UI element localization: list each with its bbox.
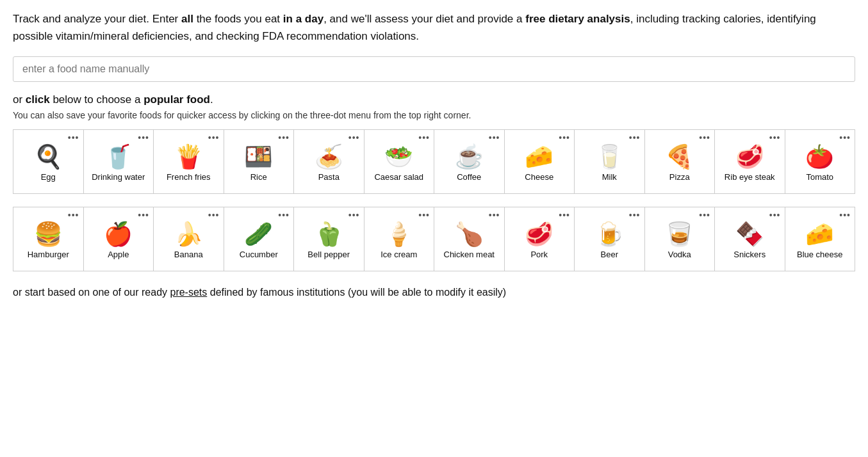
food-label-hamburger: Hamburger — [28, 250, 69, 261]
food-label-pasta: Pasta — [318, 172, 340, 183]
menu-dots-apple[interactable]: ••• — [138, 210, 149, 220]
food-item-pasta[interactable]: •••🍝Pasta — [294, 130, 364, 194]
menu-dots-hamburger[interactable]: ••• — [68, 210, 79, 220]
menu-dots-chicken-meat[interactable]: ••• — [489, 210, 500, 220]
intro-paragraph: Track and analyze your diet. Enter all t… — [13, 10, 855, 45]
food-item-drinking-water[interactable]: •••🥤Drinking water — [84, 130, 154, 194]
food-emoji-apple: 🍎 — [104, 223, 133, 246]
food-emoji-chicken-meat: 🍗 — [455, 223, 484, 246]
food-grid-row2: •••🍔Hamburger•••🍎Apple•••🍌Banana•••🥒Cucu… — [13, 207, 855, 271]
food-label-cheese: Cheese — [525, 172, 553, 183]
menu-dots-vodka[interactable]: ••• — [699, 210, 710, 220]
food-emoji-rib-eye-steak: 🥩 — [735, 145, 764, 168]
food-label-caesar-salad: Caesar salad — [374, 172, 423, 183]
menu-dots-tomato[interactable]: ••• — [839, 132, 851, 143]
food-item-cucumber[interactable]: •••🥒Cucumber — [224, 207, 295, 271]
food-item-french-fries[interactable]: •••🍟French fries — [154, 130, 224, 194]
food-label-vodka: Vodka — [668, 250, 691, 261]
menu-dots-pizza[interactable]: ••• — [699, 132, 710, 143]
food-label-tomato: Tomato — [806, 172, 833, 183]
food-emoji-milk: 🥛 — [595, 145, 624, 168]
menu-dots-ice-cream[interactable]: ••• — [418, 210, 430, 220]
menu-dots-pork[interactable]: ••• — [559, 210, 570, 220]
food-item-vodka[interactable]: •••🥃Vodka — [645, 207, 716, 271]
bottom-text: or start based on one of our ready pre-s… — [13, 284, 855, 301]
food-item-caesar-salad[interactable]: •••🥗Caesar salad — [364, 130, 435, 194]
food-item-egg[interactable]: •••🍳Egg — [13, 130, 84, 194]
food-label-apple: Apple — [108, 250, 129, 261]
food-item-tomato[interactable]: •••🍅Tomato — [785, 130, 856, 194]
food-label-rice: Rice — [250, 172, 267, 183]
food-emoji-drinking-water: 🥤 — [104, 145, 133, 168]
food-item-banana[interactable]: •••🍌Banana — [154, 207, 224, 271]
food-emoji-pasta: 🍝 — [315, 145, 343, 168]
menu-dots-blue-cheese[interactable]: ••• — [839, 210, 851, 220]
food-item-rib-eye-steak[interactable]: •••🥩Rib eye steak — [715, 130, 785, 194]
food-item-chicken-meat[interactable]: •••🍗Chicken meat — [434, 207, 505, 271]
food-label-beer: Beer — [601, 250, 618, 261]
food-emoji-banana: 🍌 — [174, 223, 203, 246]
food-item-apple[interactable]: •••🍎Apple — [84, 207, 154, 271]
menu-dots-banana[interactable]: ••• — [208, 210, 220, 220]
food-label-bell-pepper: Bell pepper — [307, 250, 350, 261]
food-label-milk: Milk — [602, 172, 617, 183]
menu-dots-rib-eye-steak[interactable]: ••• — [769, 132, 781, 143]
menu-dots-cheese[interactable]: ••• — [559, 132, 570, 143]
food-emoji-pork: 🥩 — [525, 223, 553, 246]
food-grid-row1: •••🍳Egg•••🥤Drinking water•••🍟French frie… — [13, 129, 855, 194]
food-label-coffee: Coffee — [457, 172, 481, 183]
menu-dots-french-fries[interactable]: ••• — [208, 132, 220, 143]
food-emoji-snickers: 🍫 — [735, 223, 764, 246]
menu-dots-coffee[interactable]: ••• — [489, 132, 500, 143]
food-label-snickers: Snickers — [733, 250, 766, 261]
food-emoji-coffee: ☕ — [455, 145, 484, 168]
menu-dots-cucumber[interactable]: ••• — [278, 210, 290, 220]
pre-sets-link[interactable]: pre-sets — [170, 287, 207, 298]
food-emoji-beer: 🍺 — [595, 223, 624, 246]
food-emoji-blue-cheese: 🧀 — [805, 223, 834, 246]
menu-dots-snickers[interactable]: ••• — [769, 210, 781, 220]
food-label-drinking-water: Drinking water — [92, 172, 145, 183]
food-emoji-egg: 🍳 — [34, 145, 63, 168]
food-emoji-french-fries: 🍟 — [174, 145, 203, 168]
food-emoji-cucumber: 🥒 — [244, 223, 273, 246]
food-emoji-hamburger: 🍔 — [34, 223, 63, 246]
food-item-pizza[interactable]: •••🍕Pizza — [645, 130, 716, 194]
menu-dots-milk[interactable]: ••• — [629, 132, 641, 143]
food-emoji-ice-cream: 🍦 — [384, 223, 413, 246]
menu-dots-egg[interactable]: ••• — [68, 132, 79, 143]
food-item-milk[interactable]: •••🥛Milk — [575, 130, 645, 194]
food-label-egg: Egg — [41, 172, 56, 183]
food-label-ice-cream: Ice cream — [381, 250, 417, 261]
food-emoji-cheese: 🧀 — [525, 145, 553, 168]
menu-dots-bell-pepper[interactable]: ••• — [348, 210, 360, 220]
food-item-coffee[interactable]: •••☕Coffee — [434, 130, 505, 194]
menu-dots-drinking-water[interactable]: ••• — [138, 132, 149, 143]
menu-dots-pasta[interactable]: ••• — [348, 132, 360, 143]
food-item-blue-cheese[interactable]: •••🧀Blue cheese — [785, 207, 856, 271]
food-label-cucumber: Cucumber — [240, 250, 278, 261]
menu-dots-beer[interactable]: ••• — [629, 210, 641, 220]
food-item-cheese[interactable]: •••🧀Cheese — [505, 130, 575, 194]
food-search-input[interactable] — [13, 56, 855, 82]
food-emoji-caesar-salad: 🥗 — [384, 145, 413, 168]
food-emoji-rice: 🍱 — [244, 145, 273, 168]
food-emoji-bell-pepper: 🫑 — [315, 223, 343, 246]
food-item-beer[interactable]: •••🍺Beer — [575, 207, 645, 271]
food-emoji-vodka: 🥃 — [665, 223, 694, 246]
food-emoji-tomato: 🍅 — [805, 145, 834, 168]
menu-dots-rice[interactable]: ••• — [278, 132, 290, 143]
food-label-pork: Pork — [530, 250, 548, 261]
sub-text: You can also save your favorite foods fo… — [13, 110, 855, 120]
food-label-rib-eye-steak: Rib eye steak — [725, 172, 775, 183]
food-item-hamburger[interactable]: •••🍔Hamburger — [13, 207, 84, 271]
food-item-rice[interactable]: •••🍱Rice — [224, 130, 295, 194]
food-item-bell-pepper[interactable]: •••🫑Bell pepper — [294, 207, 364, 271]
food-emoji-pizza: 🍕 — [665, 145, 694, 168]
food-label-banana: Banana — [174, 250, 203, 261]
food-item-ice-cream[interactable]: •••🍦Ice cream — [364, 207, 435, 271]
food-label-french-fries: French fries — [167, 172, 211, 183]
food-item-snickers[interactable]: •••🍫Snickers — [715, 207, 785, 271]
menu-dots-caesar-salad[interactable]: ••• — [418, 132, 430, 143]
food-item-pork[interactable]: •••🥩Pork — [505, 207, 575, 271]
